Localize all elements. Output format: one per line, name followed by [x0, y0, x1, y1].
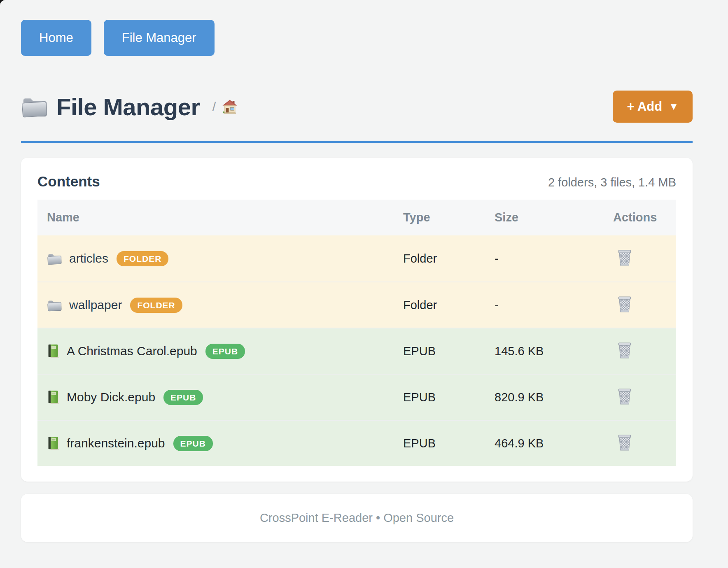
- folder-name-link[interactable]: articles: [69, 251, 108, 265]
- contents-summary: 2 folders, 3 files, 1.4 MB: [548, 176, 676, 189]
- page-header: File Manager / + Add ▼: [21, 91, 693, 123]
- size-cell: -: [495, 252, 613, 265]
- actions-cell: [613, 295, 676, 315]
- type-cell: Folder: [403, 298, 495, 312]
- type-cell: EPUB: [403, 437, 495, 450]
- trash-icon: [617, 341, 632, 358]
- size-cell: 464.9 KB: [495, 437, 613, 450]
- trash-icon: [617, 433, 632, 451]
- contents-card-header: Contents 2 folders, 3 files, 1.4 MB: [37, 173, 676, 190]
- actions-cell: [613, 387, 676, 407]
- column-header-actions: Actions: [613, 211, 676, 224]
- file-table: Name Type Size Actions articles FOLDER F…: [37, 200, 676, 466]
- actions-cell: [613, 341, 676, 361]
- delete-button[interactable]: [617, 295, 632, 312]
- actions-cell: [613, 433, 676, 454]
- home-icon[interactable]: [222, 99, 237, 114]
- type-cell: EPUB: [403, 345, 495, 358]
- page-container: Home File Manager File Manager / + Add ▼…: [21, 0, 693, 542]
- epub-badge: EPUB: [163, 390, 203, 405]
- size-cell: -: [495, 298, 613, 312]
- page-title-group: File Manager /: [21, 93, 237, 121]
- column-header-size: Size: [495, 211, 613, 224]
- footer-text: CrossPoint E-Reader • Open Source: [260, 511, 454, 525]
- breadcrumb-separator: /: [212, 99, 216, 114]
- delete-button[interactable]: [617, 249, 632, 266]
- green-book-icon: [47, 344, 60, 358]
- type-cell: Folder: [403, 252, 495, 265]
- header-divider: [21, 141, 693, 143]
- table-row: articles FOLDER Folder -: [37, 235, 676, 282]
- epub-badge: EPUB: [205, 344, 245, 359]
- table-row: wallpaper FOLDER Folder -: [37, 282, 676, 328]
- add-button[interactable]: + Add ▼: [613, 91, 693, 123]
- folder-icon: [47, 252, 62, 265]
- name-cell: A Christmas Carol.epub EPUB: [47, 344, 403, 359]
- trash-icon: [617, 295, 632, 312]
- green-book-icon: [47, 436, 60, 451]
- page-title: File Manager: [56, 93, 200, 121]
- folder-badge: FOLDER: [130, 298, 182, 313]
- column-header-name: Name: [47, 211, 403, 224]
- footer: CrossPoint E-Reader • Open Source: [21, 494, 693, 542]
- green-book-icon: [47, 390, 60, 405]
- folder-icon: [47, 299, 62, 312]
- table-header-row: Name Type Size Actions: [37, 200, 676, 235]
- size-cell: 145.6 KB: [495, 345, 613, 358]
- window-corner: [0, 0, 9, 9]
- table-row: A Christmas Carol.epub EPUB EPUB 145.6 K…: [37, 328, 676, 374]
- name-cell: frankenstein.epub EPUB: [47, 436, 403, 451]
- chevron-down-icon: ▼: [669, 101, 679, 112]
- name-cell: articles FOLDER: [47, 251, 403, 266]
- trash-icon: [617, 387, 632, 405]
- contents-title: Contents: [37, 173, 100, 190]
- folder-icon: [21, 95, 47, 118]
- epub-badge: EPUB: [173, 436, 213, 451]
- name-cell: Moby Dick.epub EPUB: [47, 390, 403, 405]
- folder-name-link[interactable]: wallpaper: [69, 298, 122, 312]
- table-row: Moby Dick.epub EPUB EPUB 820.9 KB: [37, 374, 676, 420]
- delete-button[interactable]: [617, 387, 632, 405]
- file-name: frankenstein.epub: [67, 436, 165, 450]
- trash-icon: [617, 249, 632, 266]
- contents-card: Contents 2 folders, 3 files, 1.4 MB Name…: [21, 158, 693, 482]
- size-cell: 820.9 KB: [495, 391, 613, 404]
- nav-home-button[interactable]: Home: [21, 20, 91, 56]
- delete-button[interactable]: [617, 341, 632, 358]
- top-nav: Home File Manager: [21, 20, 693, 56]
- breadcrumb: /: [212, 99, 238, 114]
- table-row: frankenstein.epub EPUB EPUB 464.9 KB: [37, 420, 676, 466]
- delete-button[interactable]: [617, 433, 632, 451]
- type-cell: EPUB: [403, 391, 495, 404]
- file-name: A Christmas Carol.epub: [67, 344, 197, 358]
- add-button-label: + Add: [627, 99, 662, 114]
- file-name: Moby Dick.epub: [67, 390, 155, 404]
- table-body: articles FOLDER Folder - wallpaper: [37, 235, 676, 466]
- name-cell: wallpaper FOLDER: [47, 298, 403, 313]
- column-header-type: Type: [403, 211, 495, 224]
- folder-badge: FOLDER: [117, 251, 168, 266]
- actions-cell: [613, 249, 676, 269]
- nav-file-manager-button[interactable]: File Manager: [104, 20, 215, 56]
